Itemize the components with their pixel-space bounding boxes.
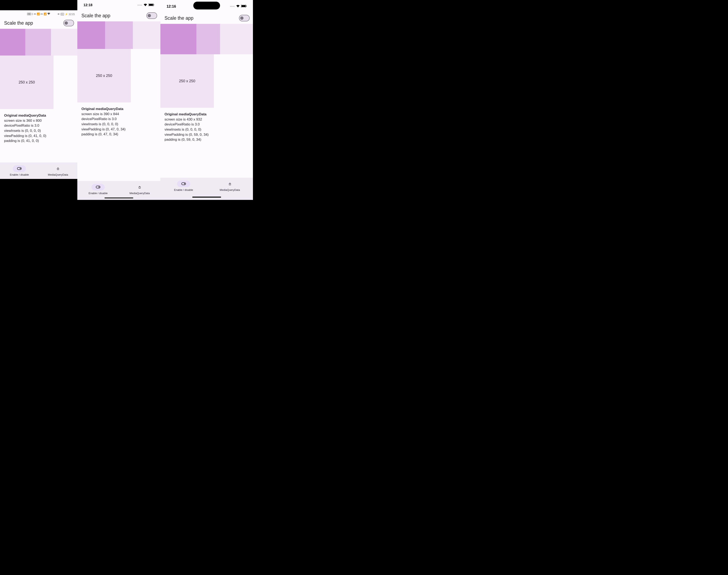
bar-light <box>220 24 253 54</box>
info-heading: Original mediaQueryData <box>165 112 249 117</box>
app-title: Scale the app <box>4 20 33 26</box>
bottom-nav: Enable / disable MediaQueryData <box>77 181 161 197</box>
nav-enable-disable[interactable]: Enable / disable <box>161 178 207 194</box>
chevron-up-underline-icon <box>228 182 232 185</box>
info-line: viewInsets is (0, 0, 0, 0) <box>4 128 73 133</box>
info-line: devicePixelRatio is 3.0 <box>4 123 73 128</box>
info-line: screen size is 360 x 800 <box>4 118 73 124</box>
svg-rect-6 <box>241 5 246 7</box>
bar-med <box>105 22 133 49</box>
app-bar: Scale the app <box>161 13 253 24</box>
info-line: viewInsets is (0, 0, 0, 0) <box>81 122 156 127</box>
info-line: padding is (0, 41, 0, 0) <box>4 138 73 143</box>
black-bar-bottom <box>0 179 77 200</box>
dynamic-island <box>193 2 220 9</box>
app-bar: Scale the app <box>0 18 77 29</box>
device-ios-notch: 12:16 •••• Scale the app 250 x 250 Origi… <box>161 0 253 200</box>
status-time: 12:21 <box>69 13 75 15</box>
status-bar: 12:16 •••• <box>161 0 253 13</box>
nav-enable-disable[interactable]: Enable / disable <box>77 181 119 197</box>
nav-pill <box>13 165 26 172</box>
box-250: 250 x 250 <box>0 56 54 109</box>
scale-switch[interactable] <box>239 15 250 22</box>
box-250: 250 x 250 <box>161 54 214 108</box>
nav-mediaquery[interactable]: MediaQueryData <box>39 163 77 179</box>
nav-label: Enable / disable <box>10 173 29 176</box>
status-bar: 12:18 •••• <box>77 0 161 10</box>
nav-label: Enable / disable <box>174 189 193 192</box>
info-line: viewPadding is (0, 47, 0, 34) <box>81 127 156 132</box>
app-title: Scale the app <box>165 15 194 21</box>
bar-dark <box>0 29 25 56</box>
nav-pill <box>133 184 146 191</box>
app-title: Scale the app <box>81 13 110 19</box>
nav-pill <box>51 165 65 172</box>
nav-pill <box>177 180 190 187</box>
status-time: 12:18 <box>83 3 92 7</box>
svg-rect-3 <box>153 4 154 5</box>
charge-icon: ⚡ <box>65 13 68 15</box>
device-ios-small: 12:18 •••• Scale the app 250 x 250 Origi… <box>77 0 161 200</box>
switch-thumb <box>148 14 151 17</box>
svg-rect-2 <box>149 4 153 6</box>
nav-mediaquery[interactable]: MediaQueryData <box>207 178 253 194</box>
chevron-up-underline-icon <box>56 167 60 170</box>
bars-row <box>161 24 253 54</box>
info-line: screen size is 390 x 844 <box>81 112 156 117</box>
home-indicator[interactable] <box>192 197 221 198</box>
wifi-icon <box>143 3 147 7</box>
home-indicator-wrap <box>77 197 161 200</box>
dots-icon: •••• <box>137 3 142 7</box>
battery-icon <box>148 3 154 7</box>
bar-dark <box>77 22 105 49</box>
device-android: HD ᛒ 4G 📶 4G 📶 👁 81 ⚡ 12:21 Scale the ap… <box>0 0 77 200</box>
info-line: devicePixelRatio is 3.0 <box>165 122 249 127</box>
bar-med <box>25 29 51 56</box>
bar-light <box>51 29 77 56</box>
info-heading: Original mediaQueryData <box>81 106 156 112</box>
info-line: padding is (0, 59, 0, 34) <box>165 137 249 142</box>
info-line: devicePixelRatio is 3.0 <box>81 116 156 122</box>
nav-label: MediaQueryData <box>130 192 150 195</box>
scale-switch[interactable] <box>146 12 157 19</box>
info-panel: Original mediaQueryData screen size is 4… <box>161 108 253 142</box>
battery-icon <box>241 4 247 8</box>
box-250: 250 x 250 <box>77 49 131 102</box>
info-line: screen size is 430 x 932 <box>165 117 249 122</box>
info-heading: Original mediaQueryData <box>4 113 73 118</box>
scale-switch[interactable] <box>63 20 74 26</box>
switch-thumb <box>240 16 243 20</box>
toggle-icon <box>96 186 100 189</box>
chevron-up-underline-icon <box>138 186 141 189</box>
bottom-nav: Enable / disable MediaQueryData <box>0 163 77 179</box>
black-bar-top <box>0 0 77 10</box>
nav-label: Enable / disable <box>89 192 108 195</box>
bar-dark <box>161 24 197 54</box>
info-line: viewInsets is (0, 0, 0, 0) <box>165 127 249 132</box>
bars-row <box>0 29 77 56</box>
info-line: viewPadding is (0, 41, 0, 0) <box>4 133 73 139</box>
wifi-icon <box>236 4 240 8</box>
nav-pill <box>223 180 237 187</box>
bar-light <box>133 22 161 49</box>
info-line: padding is (0, 47, 0, 34) <box>81 132 156 137</box>
switch-thumb <box>65 22 68 25</box>
status-time: 12:16 <box>167 4 176 9</box>
nav-mediaquery[interactable]: MediaQueryData <box>119 181 161 197</box>
dots-icon: •••• <box>230 5 235 8</box>
home-indicator[interactable] <box>104 197 133 198</box>
eye-icon: 👁 <box>57 13 60 15</box>
home-indicator-wrap <box>161 194 253 200</box>
info-panel: Original mediaQueryData screen size is 3… <box>77 102 161 137</box>
toggle-icon <box>181 182 186 185</box>
svg-rect-7 <box>246 5 247 7</box>
info-line: viewPadding is (0, 59, 0, 34) <box>165 132 249 137</box>
bar-med <box>197 24 220 54</box>
nav-enable-disable[interactable]: Enable / disable <box>0 163 39 179</box>
toggle-icon <box>17 167 22 170</box>
nav-label: MediaQueryData <box>220 189 240 192</box>
info-panel: Original mediaQueryData screen size is 3… <box>0 109 77 143</box>
bars-row <box>77 22 161 49</box>
status-right: 👁 81 ⚡ 12:21 <box>0 11 77 18</box>
app-bar: Scale the app <box>77 10 161 22</box>
